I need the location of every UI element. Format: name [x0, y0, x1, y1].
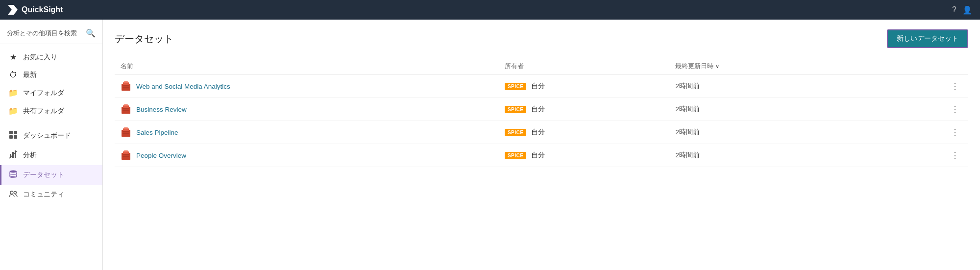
svg-rect-15 [122, 87, 129, 88]
dataset-name[interactable]: Business Review [136, 106, 187, 113]
favorites-icon: ★ [8, 52, 18, 62]
sidebar-item-label: データセット [23, 171, 64, 179]
svg-rect-30 [122, 156, 129, 157]
svg-rect-1 [14, 131, 17, 134]
updated-cell: 2時間前 [669, 144, 883, 167]
sidebar-item-favorites[interactable]: ★ お気に入り [0, 48, 102, 66]
page-title: データセット [115, 32, 173, 46]
datasets-table: 名前 所有者 最終更新日時 ∨ [115, 58, 968, 167]
sidebar-item-label: 最新 [23, 71, 37, 79]
owner-cell: SPICE 自分 [499, 121, 669, 144]
svg-rect-29 [122, 154, 129, 155]
svg-rect-14 [122, 85, 129, 86]
table-row: People Overview SPICE 自分 2時間前 ⋮ [115, 144, 968, 167]
user-icon[interactable]: 👤 [962, 5, 972, 15]
sidebar-item-analysis[interactable]: 分析 [0, 146, 102, 165]
updated-cell: 2時間前 [669, 98, 883, 121]
col-header-actions [883, 58, 968, 75]
col-header-owner: 所有者 [499, 58, 669, 75]
community-icon [8, 189, 18, 200]
col-header-updated[interactable]: 最終更新日時 ∨ [669, 58, 883, 75]
sidebar-item-label: 分析 [23, 151, 37, 160]
svg-rect-2 [9, 135, 13, 139]
table-row: Sales Pipeline SPICE 自分 2時間前 ⋮ [115, 121, 968, 144]
row-actions-button[interactable]: ⋮ [948, 103, 962, 116]
dataset-name-cell: Web and Social Media Analytics [115, 75, 499, 98]
updated-cell: 2時間前 [669, 75, 883, 98]
actions-cell: ⋮ [883, 121, 968, 144]
sidebar-item-label: コミュニティ [23, 190, 64, 199]
owner-name: 自分 [531, 128, 545, 137]
header-icons: ? 👤 [952, 5, 972, 15]
sidebar-item-label: お気に入り [23, 53, 57, 62]
spice-badge: SPICE [505, 106, 527, 113]
svg-rect-24 [122, 131, 129, 132]
svg-rect-19 [122, 108, 129, 109]
dataset-icon [121, 104, 131, 115]
actions-cell: ⋮ [883, 98, 968, 121]
owner-cell: SPICE 自分 [499, 144, 669, 167]
svg-rect-23 [124, 127, 128, 129]
updated-cell: 2時間前 [669, 121, 883, 144]
updated-time: 2時間前 [675, 128, 700, 136]
sidebar-item-dashboard[interactable]: ダッシュボード [0, 126, 102, 146]
sidebar-item-shared-folder[interactable]: 📁 共有フォルダ [0, 102, 102, 120]
spice-badge: SPICE [505, 152, 527, 159]
col-header-updated-label: 最終更新日時 [675, 62, 713, 71]
dataset-name[interactable]: Web and Social Media Analytics [136, 83, 230, 90]
app-header: QuickSight ? 👤 [0, 0, 980, 20]
updated-time: 2時間前 [675, 82, 700, 90]
owner-name: 自分 [531, 82, 545, 91]
dataset-icon [121, 81, 131, 92]
app-title: QuickSight [22, 5, 63, 14]
search-row: 分析とその他項目を検索 🔍 [0, 25, 102, 44]
svg-point-8 [10, 171, 17, 173]
logo-icon [8, 5, 18, 15]
main-header: データセット 新しいデータセット [115, 29, 968, 48]
owner-cell: SPICE 自分 [499, 75, 669, 98]
search-icon[interactable]: 🔍 [86, 28, 96, 38]
sidebar-item-label: 共有フォルダ [23, 107, 64, 116]
spice-badge: SPICE [505, 129, 527, 136]
folder-icon: 📁 [8, 88, 18, 98]
svg-rect-25 [122, 133, 129, 134]
sidebar-item-recent[interactable]: ⏱ 最新 [0, 66, 102, 84]
row-actions-button[interactable]: ⋮ [948, 80, 962, 93]
dataset-name-cell: Business Review [115, 98, 499, 121]
row-actions-button[interactable]: ⋮ [948, 126, 962, 139]
owner-name: 自分 [531, 105, 545, 114]
svg-rect-0 [9, 131, 13, 134]
svg-point-9 [10, 191, 13, 194]
sidebar-item-my-folder[interactable]: 📁 マイフォルダ [0, 84, 102, 102]
svg-rect-3 [14, 135, 17, 139]
spice-badge: SPICE [505, 83, 527, 90]
owner-name: 自分 [531, 151, 545, 160]
dataset-name[interactable]: People Overview [136, 152, 186, 159]
table-row: Business Review SPICE 自分 2時間前 ⋮ [115, 98, 968, 121]
actions-cell: ⋮ [883, 144, 968, 167]
svg-rect-6 [15, 150, 16, 158]
sidebar: 分析とその他項目を検索 🔍 ★ お気に入り ⏱ 最新 📁 マイフォルダ 📁 共有… [0, 20, 103, 270]
sidebar-item-label: ダッシュボード [23, 131, 71, 140]
table-row: Web and Social Media Analytics SPICE 自分 … [115, 75, 968, 98]
sidebar-item-community[interactable]: コミュニティ [0, 185, 102, 204]
dashboard-icon [8, 130, 18, 141]
svg-rect-28 [124, 150, 128, 152]
dataset-icon [121, 127, 131, 138]
shared-folder-icon: 📁 [8, 106, 18, 116]
updated-time: 2時間前 [675, 151, 700, 159]
search-label: 分析とその他項目を検索 [7, 29, 83, 38]
sort-icon: ∨ [715, 63, 719, 70]
dataset-name[interactable]: Sales Pipeline [136, 129, 178, 136]
owner-cell: SPICE 自分 [499, 98, 669, 121]
col-header-name: 名前 [115, 58, 499, 75]
svg-rect-18 [124, 104, 128, 106]
sidebar-item-datasets[interactable]: データセット [0, 165, 102, 185]
datasets-icon [8, 170, 18, 180]
help-icon[interactable]: ? [952, 5, 956, 14]
updated-time: 2時間前 [675, 105, 700, 113]
analysis-icon [8, 150, 18, 161]
svg-rect-13 [124, 81, 128, 83]
row-actions-button[interactable]: ⋮ [948, 149, 962, 162]
new-dataset-button[interactable]: 新しいデータセット [887, 29, 968, 48]
